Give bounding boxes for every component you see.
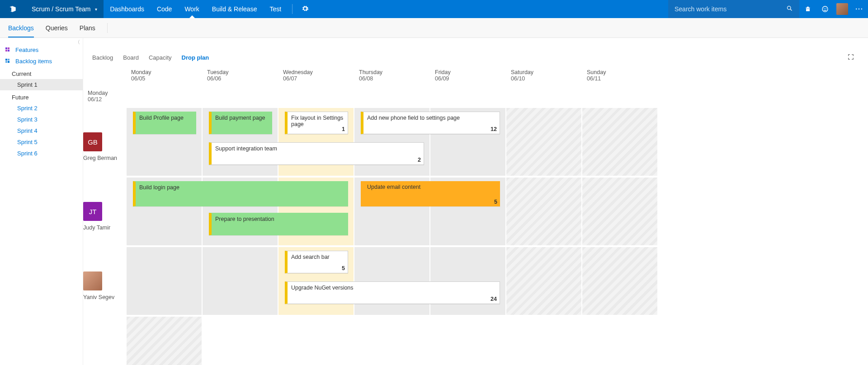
- work-item-card[interactable]: Upgrade NuGet versions24: [285, 281, 500, 304]
- vt-label: Backlog: [92, 54, 113, 61]
- svg-rect-7: [5, 50, 7, 51]
- view-board[interactable]: Board: [123, 54, 139, 61]
- work-item-card[interactable]: Prepare to presentation: [209, 213, 348, 235]
- tab-queries[interactable]: Queries: [46, 19, 68, 37]
- work-item-card[interactable]: Fix layout in Settings page1: [285, 112, 348, 134]
- card-title: Build Profile page: [139, 115, 192, 121]
- backlog-sidebar: 〈 Features Backlog items Current Sprint …: [0, 38, 83, 365]
- day-header: Sunday06/11: [582, 66, 658, 87]
- sprint-label: Sprint 3: [17, 116, 38, 123]
- work-item-card[interactable]: Add search bar5: [285, 251, 348, 273]
- drop-plan-grid: Monday06/05 Tuesday06/06 Wednesday06/07 …: [83, 66, 868, 365]
- card-title: Upgrade NuGet versions: [291, 285, 496, 291]
- work-item-card[interactable]: Build Profile page: [133, 112, 196, 134]
- sidebar-sprint-4[interactable]: Sprint 4: [0, 125, 83, 136]
- person-row: Build login pageUpdate email content5Pre…: [127, 178, 658, 247]
- nav-work[interactable]: Work: [178, 0, 205, 18]
- vt-label: Board: [123, 54, 139, 61]
- card-title: Add new phone field to settings page: [367, 115, 496, 121]
- tab-plans[interactable]: Plans: [80, 19, 95, 37]
- sidebar-backlog-items[interactable]: Backlog items: [0, 56, 83, 67]
- card-title: Fix layout in Settings page: [291, 115, 344, 127]
- feedback-smile-icon[interactable]: [816, 0, 834, 18]
- project-breadcrumb[interactable]: Scrum / Scrum Team ▾: [25, 0, 104, 18]
- card-points: 12: [491, 126, 497, 132]
- person-name: Judy Tamir: [83, 225, 110, 231]
- user-avatar[interactable]: [834, 0, 851, 18]
- marketplace-icon[interactable]: [799, 0, 816, 18]
- view-backlog[interactable]: Backlog: [92, 54, 113, 61]
- card-points: 5: [342, 265, 345, 271]
- nav-label: Test: [269, 5, 281, 13]
- person-row: Build Profile pageBuild payment pageFix …: [127, 108, 658, 178]
- work-item-card[interactable]: Update email content5: [361, 181, 500, 206]
- person-cell: JT Judy Tamir: [83, 178, 127, 247]
- nav-test[interactable]: Test: [263, 0, 288, 18]
- content-area: Backlog Board Capacity Drop plan Monday0…: [83, 38, 868, 365]
- sprint-label: Sprint 6: [17, 150, 38, 157]
- tab-backlogs[interactable]: Backlogs: [8, 19, 34, 37]
- svg-rect-10: [8, 59, 9, 61]
- tab-label: Queries: [46, 24, 68, 32]
- work-item-card[interactable]: Build login page: [133, 181, 348, 206]
- nav-code[interactable]: Code: [151, 0, 178, 18]
- nav-build-release[interactable]: Build & Release: [206, 0, 264, 18]
- hub-tabs: Backlogs Queries Plans: [0, 18, 868, 38]
- card-title: Support integration team: [215, 145, 420, 152]
- card-title: Add search bar: [291, 254, 344, 260]
- more-menu-icon[interactable]: ···: [851, 0, 868, 18]
- sidebar-sprint-2[interactable]: Sprint 2: [0, 103, 83, 114]
- sidebar-label: Features: [15, 47, 38, 53]
- top-nav: Dashboards Code Work Build & Release Tes…: [104, 0, 288, 18]
- svg-rect-6: [8, 47, 9, 49]
- vt-label: Drop plan: [182, 54, 209, 61]
- tab-label: Plans: [80, 24, 95, 32]
- search-icon: [786, 5, 793, 13]
- divider: [107, 23, 108, 33]
- person-cell: GB Greg Berman: [83, 108, 127, 178]
- day-header: Friday06/09: [430, 66, 506, 87]
- features-icon: [5, 47, 12, 53]
- sidebar-features[interactable]: Features: [0, 44, 83, 56]
- work-item-card[interactable]: Support integration team2: [209, 142, 424, 165]
- sidebar-sprint-6[interactable]: Sprint 6: [0, 148, 83, 159]
- svg-rect-5: [5, 47, 7, 49]
- card-title: Update email content: [367, 184, 496, 190]
- work-item-card[interactable]: Add new phone field to settings page12: [361, 112, 500, 134]
- chevron-down-icon: ▾: [95, 7, 97, 12]
- svg-line-1: [790, 9, 792, 10]
- nav-label: Work: [184, 5, 199, 13]
- top-bar: Scrum / Scrum Team ▾ Dashboards Code Wor…: [0, 0, 868, 18]
- tab-label: Backlogs: [8, 24, 34, 32]
- vsts-logo[interactable]: [0, 0, 25, 18]
- view-capacity[interactable]: Capacity: [149, 54, 172, 61]
- nav-dashboards[interactable]: Dashboards: [104, 0, 151, 18]
- sidebar-sprint-3[interactable]: Sprint 3: [0, 114, 83, 125]
- collapse-sidebar-icon[interactable]: 〈: [75, 39, 80, 46]
- sidebar-future-header: Future: [0, 90, 83, 103]
- nav-label: Build & Release: [212, 5, 257, 13]
- person-row: Add search bar5Upgrade NuGet versions24: [127, 247, 658, 317]
- work-item-card[interactable]: Build payment page: [209, 112, 272, 134]
- svg-rect-8: [8, 50, 9, 51]
- svg-rect-12: [8, 61, 9, 63]
- sprint-label: Sprint 4: [17, 127, 38, 134]
- avatar: GB: [83, 132, 102, 151]
- view-drop-plan[interactable]: Drop plan: [182, 54, 209, 61]
- divider: [292, 4, 292, 14]
- day-header: Tuesday06/06: [203, 66, 278, 87]
- sidebar-sprint-1[interactable]: Sprint 1: [0, 79, 83, 90]
- sprint-label: Sprint 2: [17, 105, 38, 112]
- settings-gear-icon[interactable]: [297, 5, 313, 14]
- sidebar-sprint-5[interactable]: Sprint 5: [0, 136, 83, 148]
- card-points: 1: [342, 126, 345, 132]
- nav-label: Code: [157, 5, 172, 13]
- sidebar-label: Backlog items: [15, 58, 52, 65]
- breadcrumb-label: Scrum / Scrum Team: [32, 5, 90, 13]
- day-header: Monday06/12: [83, 87, 127, 108]
- card-points: 2: [418, 157, 421, 163]
- search-box[interactable]: Search work items: [668, 0, 799, 18]
- sidebar-current-header: Current: [0, 67, 83, 79]
- svg-point-0: [788, 6, 791, 10]
- fullscreen-icon[interactable]: [847, 53, 854, 62]
